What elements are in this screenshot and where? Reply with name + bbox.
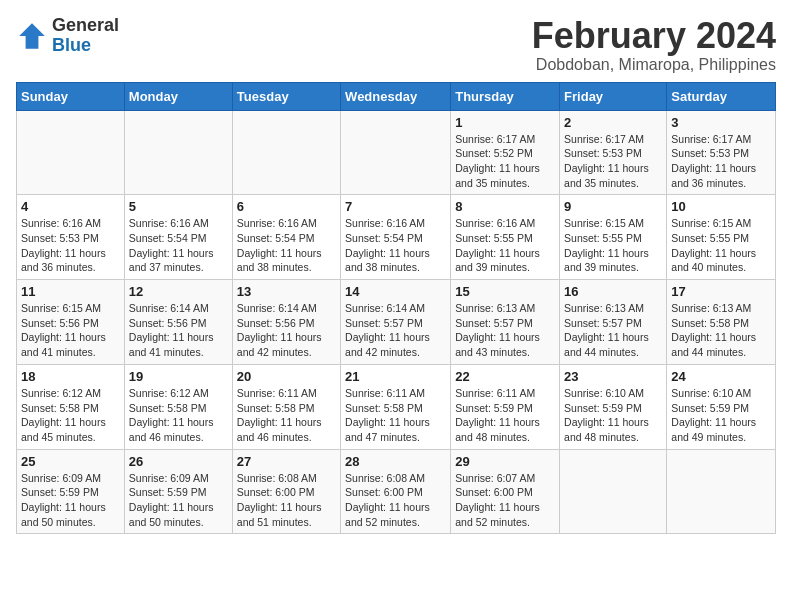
calendar-day-cell: 25Sunrise: 6:09 AM Sunset: 5:59 PM Dayli… [17, 449, 125, 534]
calendar-day-cell [124, 110, 232, 195]
day-number: 27 [237, 454, 336, 469]
calendar-day-cell: 9Sunrise: 6:15 AM Sunset: 5:55 PM Daylig… [560, 195, 667, 280]
day-number: 29 [455, 454, 555, 469]
weekday-header-row: SundayMondayTuesdayWednesdayThursdayFrid… [17, 82, 776, 110]
calendar-day-cell: 12Sunrise: 6:14 AM Sunset: 5:56 PM Dayli… [124, 280, 232, 365]
calendar-day-cell: 6Sunrise: 6:16 AM Sunset: 5:54 PM Daylig… [232, 195, 340, 280]
day-number: 12 [129, 284, 228, 299]
day-number: 13 [237, 284, 336, 299]
calendar-day-cell: 7Sunrise: 6:16 AM Sunset: 5:54 PM Daylig… [341, 195, 451, 280]
month-year-title: February 2024 [532, 16, 776, 56]
day-info: Sunrise: 6:07 AM Sunset: 6:00 PM Dayligh… [455, 471, 555, 530]
calendar-day-cell: 5Sunrise: 6:16 AM Sunset: 5:54 PM Daylig… [124, 195, 232, 280]
calendar-day-cell: 18Sunrise: 6:12 AM Sunset: 5:58 PM Dayli… [17, 364, 125, 449]
day-number: 28 [345, 454, 446, 469]
day-number: 19 [129, 369, 228, 384]
calendar-day-cell: 3Sunrise: 6:17 AM Sunset: 5:53 PM Daylig… [667, 110, 776, 195]
calendar-day-cell: 2Sunrise: 6:17 AM Sunset: 5:53 PM Daylig… [560, 110, 667, 195]
weekday-header-cell: Thursday [451, 82, 560, 110]
day-info: Sunrise: 6:13 AM Sunset: 5:57 PM Dayligh… [455, 301, 555, 360]
weekday-header-cell: Saturday [667, 82, 776, 110]
day-info: Sunrise: 6:13 AM Sunset: 5:57 PM Dayligh… [564, 301, 662, 360]
weekday-header-cell: Tuesday [232, 82, 340, 110]
calendar-day-cell [17, 110, 125, 195]
calendar-day-cell [560, 449, 667, 534]
day-number: 9 [564, 199, 662, 214]
calendar-day-cell: 23Sunrise: 6:10 AM Sunset: 5:59 PM Dayli… [560, 364, 667, 449]
day-number: 17 [671, 284, 771, 299]
calendar-day-cell: 22Sunrise: 6:11 AM Sunset: 5:59 PM Dayli… [451, 364, 560, 449]
logo-text: General Blue [52, 16, 119, 56]
weekday-header-cell: Friday [560, 82, 667, 110]
page-header: General Blue February 2024 Dobdoban, Mim… [16, 16, 776, 74]
day-info: Sunrise: 6:16 AM Sunset: 5:55 PM Dayligh… [455, 216, 555, 275]
day-number: 18 [21, 369, 120, 384]
day-number: 3 [671, 115, 771, 130]
day-info: Sunrise: 6:16 AM Sunset: 5:54 PM Dayligh… [237, 216, 336, 275]
day-number: 7 [345, 199, 446, 214]
day-number: 20 [237, 369, 336, 384]
title-section: February 2024 Dobdoban, Mimaropa, Philip… [532, 16, 776, 74]
calendar-day-cell: 1Sunrise: 6:17 AM Sunset: 5:52 PM Daylig… [451, 110, 560, 195]
calendar-day-cell: 16Sunrise: 6:13 AM Sunset: 5:57 PM Dayli… [560, 280, 667, 365]
day-info: Sunrise: 6:12 AM Sunset: 5:58 PM Dayligh… [21, 386, 120, 445]
day-info: Sunrise: 6:14 AM Sunset: 5:57 PM Dayligh… [345, 301, 446, 360]
calendar-day-cell: 20Sunrise: 6:11 AM Sunset: 5:58 PM Dayli… [232, 364, 340, 449]
logo: General Blue [16, 16, 119, 56]
calendar-week-row: 1Sunrise: 6:17 AM Sunset: 5:52 PM Daylig… [17, 110, 776, 195]
day-number: 24 [671, 369, 771, 384]
calendar-body: 1Sunrise: 6:17 AM Sunset: 5:52 PM Daylig… [17, 110, 776, 534]
day-info: Sunrise: 6:10 AM Sunset: 5:59 PM Dayligh… [564, 386, 662, 445]
calendar-day-cell: 26Sunrise: 6:09 AM Sunset: 5:59 PM Dayli… [124, 449, 232, 534]
weekday-header-cell: Wednesday [341, 82, 451, 110]
calendar-day-cell [341, 110, 451, 195]
calendar-week-row: 4Sunrise: 6:16 AM Sunset: 5:53 PM Daylig… [17, 195, 776, 280]
day-number: 14 [345, 284, 446, 299]
day-info: Sunrise: 6:10 AM Sunset: 5:59 PM Dayligh… [671, 386, 771, 445]
calendar-day-cell: 13Sunrise: 6:14 AM Sunset: 5:56 PM Dayli… [232, 280, 340, 365]
location-title: Dobdoban, Mimaropa, Philippines [532, 56, 776, 74]
day-number: 25 [21, 454, 120, 469]
day-number: 15 [455, 284, 555, 299]
day-info: Sunrise: 6:14 AM Sunset: 5:56 PM Dayligh… [237, 301, 336, 360]
day-number: 5 [129, 199, 228, 214]
day-info: Sunrise: 6:14 AM Sunset: 5:56 PM Dayligh… [129, 301, 228, 360]
day-info: Sunrise: 6:08 AM Sunset: 6:00 PM Dayligh… [345, 471, 446, 530]
day-info: Sunrise: 6:08 AM Sunset: 6:00 PM Dayligh… [237, 471, 336, 530]
day-number: 1 [455, 115, 555, 130]
day-info: Sunrise: 6:15 AM Sunset: 5:56 PM Dayligh… [21, 301, 120, 360]
calendar-day-cell: 4Sunrise: 6:16 AM Sunset: 5:53 PM Daylig… [17, 195, 125, 280]
calendar-week-row: 25Sunrise: 6:09 AM Sunset: 5:59 PM Dayli… [17, 449, 776, 534]
day-info: Sunrise: 6:12 AM Sunset: 5:58 PM Dayligh… [129, 386, 228, 445]
day-info: Sunrise: 6:16 AM Sunset: 5:54 PM Dayligh… [129, 216, 228, 275]
day-info: Sunrise: 6:09 AM Sunset: 5:59 PM Dayligh… [21, 471, 120, 530]
day-info: Sunrise: 6:17 AM Sunset: 5:53 PM Dayligh… [671, 132, 771, 191]
calendar-day-cell: 24Sunrise: 6:10 AM Sunset: 5:59 PM Dayli… [667, 364, 776, 449]
svg-marker-0 [19, 23, 45, 49]
calendar-week-row: 18Sunrise: 6:12 AM Sunset: 5:58 PM Dayli… [17, 364, 776, 449]
day-info: Sunrise: 6:17 AM Sunset: 5:53 PM Dayligh… [564, 132, 662, 191]
day-info: Sunrise: 6:15 AM Sunset: 5:55 PM Dayligh… [671, 216, 771, 275]
day-number: 4 [21, 199, 120, 214]
day-info: Sunrise: 6:11 AM Sunset: 5:58 PM Dayligh… [345, 386, 446, 445]
calendar-day-cell: 10Sunrise: 6:15 AM Sunset: 5:55 PM Dayli… [667, 195, 776, 280]
calendar-day-cell: 28Sunrise: 6:08 AM Sunset: 6:00 PM Dayli… [341, 449, 451, 534]
calendar-day-cell: 11Sunrise: 6:15 AM Sunset: 5:56 PM Dayli… [17, 280, 125, 365]
day-number: 6 [237, 199, 336, 214]
day-info: Sunrise: 6:11 AM Sunset: 5:58 PM Dayligh… [237, 386, 336, 445]
day-info: Sunrise: 6:16 AM Sunset: 5:53 PM Dayligh… [21, 216, 120, 275]
calendar-day-cell: 27Sunrise: 6:08 AM Sunset: 6:00 PM Dayli… [232, 449, 340, 534]
calendar-day-cell: 15Sunrise: 6:13 AM Sunset: 5:57 PM Dayli… [451, 280, 560, 365]
calendar-day-cell: 19Sunrise: 6:12 AM Sunset: 5:58 PM Dayli… [124, 364, 232, 449]
calendar-day-cell: 21Sunrise: 6:11 AM Sunset: 5:58 PM Dayli… [341, 364, 451, 449]
day-number: 8 [455, 199, 555, 214]
calendar-week-row: 11Sunrise: 6:15 AM Sunset: 5:56 PM Dayli… [17, 280, 776, 365]
day-number: 10 [671, 199, 771, 214]
logo-icon [16, 20, 48, 52]
calendar-day-cell [232, 110, 340, 195]
day-info: Sunrise: 6:16 AM Sunset: 5:54 PM Dayligh… [345, 216, 446, 275]
day-number: 21 [345, 369, 446, 384]
calendar-day-cell: 17Sunrise: 6:13 AM Sunset: 5:58 PM Dayli… [667, 280, 776, 365]
day-number: 11 [21, 284, 120, 299]
calendar-table: SundayMondayTuesdayWednesdayThursdayFrid… [16, 82, 776, 535]
